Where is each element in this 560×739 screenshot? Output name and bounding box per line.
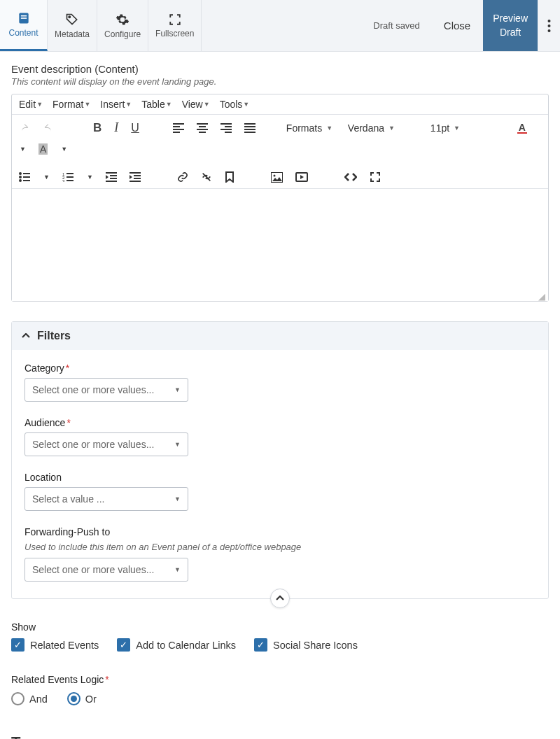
logic-or-radio[interactable]: Or [67, 692, 97, 705]
chevron-down-icon: ▼ [243, 101, 249, 108]
collapse-panel-button[interactable] [270, 589, 290, 608]
undo-button[interactable] [19, 122, 30, 134]
align-justify-button[interactable] [244, 123, 255, 133]
chevron-up-icon [22, 333, 30, 339]
radio-icon [11, 692, 24, 705]
svg-point-5 [547, 24, 550, 27]
undo-icon [19, 122, 30, 134]
svg-rect-1 [20, 15, 26, 17]
tab-configure[interactable]: Configure [97, 0, 148, 51]
close-button[interactable]: Close [431, 0, 483, 51]
filters-panel-header[interactable]: Filters [12, 322, 548, 350]
outdent-button[interactable] [106, 172, 117, 182]
menu-insert[interactable]: Insert▼ [100, 99, 132, 110]
redo-icon [43, 122, 54, 134]
draft-saved-status: Draft saved [362, 20, 430, 31]
logic-and-radio[interactable]: And [11, 692, 48, 705]
numbered-list-dropdown[interactable]: ▼ [87, 174, 93, 181]
chevron-down-icon: ▼ [174, 566, 181, 573]
link-button[interactable] [177, 171, 188, 183]
code-button[interactable] [344, 172, 357, 182]
svg-rect-42 [130, 181, 141, 182]
location-select[interactable]: Select a value ... ▼ [24, 487, 188, 511]
tab-label: Fullscreen [155, 29, 194, 38]
chevron-down-icon: ▼ [174, 441, 181, 448]
chevron-down-icon: ▼ [174, 495, 181, 502]
related-events-checkbox[interactable]: ✓ [11, 638, 24, 652]
chevron-down-icon: ▼ [36, 101, 43, 108]
align-center-button[interactable] [197, 123, 208, 133]
align-center-icon [197, 123, 208, 133]
calendar-links-checkbox[interactable]: ✓ [117, 638, 130, 652]
align-left-button[interactable] [173, 123, 184, 133]
tab-label: Content [8, 28, 38, 38]
menu-view[interactable]: View▼ [182, 99, 210, 110]
bg-color-dropdown[interactable]: ▼ [61, 146, 67, 153]
bold-button[interactable]: B [93, 121, 102, 135]
editor-content-area[interactable]: ◢ [12, 189, 548, 301]
text-color-dropdown[interactable]: ▼ [20, 146, 26, 153]
tab-fullscreen[interactable]: Fullscreen [148, 0, 202, 51]
svg-point-44 [273, 174, 275, 176]
svg-rect-36 [110, 175, 117, 176]
resize-handle[interactable]: ◢ [538, 291, 547, 300]
svg-point-25 [19, 176, 22, 178]
italic-button[interactable]: I [114, 120, 118, 135]
svg-rect-34 [66, 180, 74, 181]
bookmark-icon [225, 171, 234, 183]
align-right-button[interactable] [220, 123, 232, 133]
social-icons-checkbox[interactable]: ✓ [254, 638, 267, 652]
indent-icon [130, 172, 141, 182]
forwarding-label: Forwarding-Push to [24, 526, 536, 537]
media-button[interactable] [295, 172, 308, 182]
related-events-label: Related Events [30, 640, 99, 651]
svg-rect-28 [23, 180, 30, 181]
svg-rect-40 [134, 175, 141, 176]
font-size-dropdown[interactable]: 11pt▼ [430, 122, 486, 134]
bullet-list-icon [19, 172, 30, 182]
svg-rect-41 [134, 178, 141, 179]
chevron-up-icon [276, 596, 284, 601]
underline-button[interactable]: U [131, 122, 139, 134]
font-family-dropdown[interactable]: Verdana▼ [348, 122, 418, 134]
chevron-down-icon: ▼ [174, 386, 181, 393]
forwarding-help: Used to include this item on an Event pa… [24, 542, 536, 552]
menu-edit[interactable]: Edit▼ [19, 99, 43, 110]
chevron-down-icon: ▼ [388, 125, 395, 132]
audience-label: Audience* [24, 417, 536, 428]
image-icon [271, 172, 283, 183]
menu-tools[interactable]: Tools▼ [220, 99, 250, 110]
bullet-list-button[interactable] [19, 172, 30, 182]
bullet-list-dropdown[interactable]: ▼ [43, 174, 50, 181]
menu-format[interactable]: Format▼ [52, 99, 90, 110]
svg-rect-26 [23, 176, 30, 178]
svg-text:3: 3 [62, 179, 65, 182]
editor-field-help: This content will display on the event l… [11, 76, 549, 87]
tab-label: Configure [104, 29, 141, 39]
numbered-list-button[interactable]: 123 [62, 172, 74, 182]
formats-dropdown[interactable]: Formats▼ [286, 122, 335, 134]
category-select[interactable]: Select one or more values... ▼ [24, 378, 188, 402]
document-icon [17, 11, 31, 25]
bookmark-button[interactable] [225, 171, 234, 183]
bg-color-button[interactable]: A [38, 143, 48, 155]
indent-button[interactable] [130, 172, 141, 182]
expand-icon [370, 171, 381, 183]
forwarding-select[interactable]: Select one or more values... ▼ [24, 558, 188, 582]
menu-table[interactable]: Table▼ [141, 99, 172, 110]
preview-draft-button[interactable]: Preview Draft [483, 0, 538, 51]
unlink-button[interactable] [201, 171, 212, 183]
tab-metadata[interactable]: Metadata [48, 0, 97, 51]
svg-point-6 [547, 29, 550, 32]
text-color-button[interactable]: A [517, 122, 527, 134]
svg-point-23 [19, 172, 22, 175]
image-button[interactable] [271, 172, 283, 183]
audience-select[interactable]: Select one or more values... ▼ [24, 432, 188, 456]
tab-content[interactable]: Content [0, 0, 48, 51]
more-options-button[interactable] [538, 20, 560, 32]
fullscreen-editor-button[interactable] [370, 171, 381, 183]
align-right-icon [220, 123, 232, 133]
editor-field-title: Event description (Content) [11, 63, 549, 75]
redo-button[interactable] [43, 122, 54, 134]
align-justify-icon [244, 123, 255, 133]
